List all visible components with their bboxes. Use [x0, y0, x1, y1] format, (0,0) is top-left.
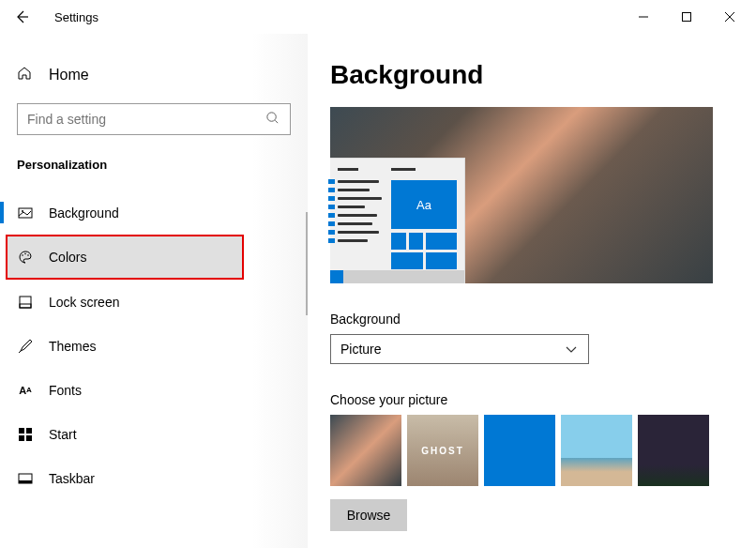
background-dropdown[interactable]: Picture	[330, 334, 589, 364]
fonts-icon: AA	[17, 385, 34, 396]
section-label: Personalization	[0, 158, 308, 190]
nav-label: Fonts	[49, 383, 82, 398]
picture-thumb-3[interactable]	[484, 415, 555, 486]
scrollbar[interactable]	[306, 212, 308, 315]
start-icon	[17, 428, 34, 441]
choose-picture-label: Choose your picture	[330, 392, 733, 407]
svg-rect-17	[26, 435, 32, 441]
svg-rect-2	[683, 13, 691, 22]
search-box[interactable]	[17, 103, 291, 135]
preview-sample-text: Aa	[391, 180, 457, 229]
nav-label: Themes	[49, 339, 97, 354]
sidebar: Home Personalization Background Colors	[0, 34, 308, 548]
picture-thumb-4[interactable]	[561, 415, 632, 486]
maximize-button[interactable]	[673, 4, 700, 30]
dropdown-value: Picture	[340, 342, 382, 357]
svg-rect-15	[26, 428, 32, 434]
nav-fonts[interactable]: AA Fonts	[0, 368, 308, 412]
svg-rect-14	[19, 428, 24, 434]
home-icon	[17, 66, 34, 84]
nav-background[interactable]: Background	[0, 190, 308, 235]
brush-icon	[17, 339, 34, 354]
picture-icon	[17, 206, 34, 221]
minimize-button[interactable]	[630, 4, 657, 30]
home-nav[interactable]: Home	[0, 60, 308, 103]
svg-rect-19	[19, 480, 32, 483]
desktop-preview: Aa	[330, 107, 713, 283]
back-button[interactable]	[13, 8, 30, 25]
svg-point-9	[22, 254, 23, 256]
svg-rect-16	[19, 435, 24, 441]
svg-rect-12	[20, 297, 31, 308]
svg-line-6	[275, 120, 278, 123]
nav-label: Taskbar	[49, 471, 95, 486]
close-button[interactable]	[717, 4, 743, 30]
picture-thumb-2[interactable]: GHOST	[407, 415, 478, 486]
search-icon	[265, 111, 280, 129]
nav-label: Start	[49, 427, 77, 442]
nav-taskbar[interactable]: Taskbar	[0, 456, 308, 500]
browse-button[interactable]: Browse	[330, 499, 407, 531]
svg-point-11	[27, 254, 29, 256]
home-label: Home	[49, 67, 89, 84]
palette-icon	[17, 250, 34, 265]
svg-point-10	[24, 253, 26, 255]
nav-label: Background	[49, 206, 119, 221]
nav-lockscreen[interactable]: Lock screen	[0, 280, 308, 324]
app-title: Settings	[54, 10, 98, 24]
background-label: Background	[330, 312, 733, 327]
page-title: Background	[330, 60, 733, 90]
nav-label: Colors	[49, 250, 86, 265]
picture-thumb-1[interactable]	[330, 415, 401, 486]
picture-thumb-5[interactable]	[638, 415, 709, 486]
chevron-down-icon	[566, 342, 579, 357]
svg-point-5	[267, 112, 276, 120]
lockscreen-icon	[17, 295, 34, 310]
nav-themes[interactable]: Themes	[0, 324, 308, 368]
main-panel: Background	[308, 34, 756, 548]
search-input[interactable]	[27, 112, 265, 127]
taskbar-icon	[17, 473, 34, 484]
nav-start[interactable]: Start	[0, 412, 308, 456]
picture-thumbnails: GHOST	[330, 415, 733, 486]
nav-colors[interactable]: Colors	[6, 235, 244, 280]
nav-label: Lock screen	[49, 295, 119, 310]
svg-rect-13	[20, 304, 31, 308]
